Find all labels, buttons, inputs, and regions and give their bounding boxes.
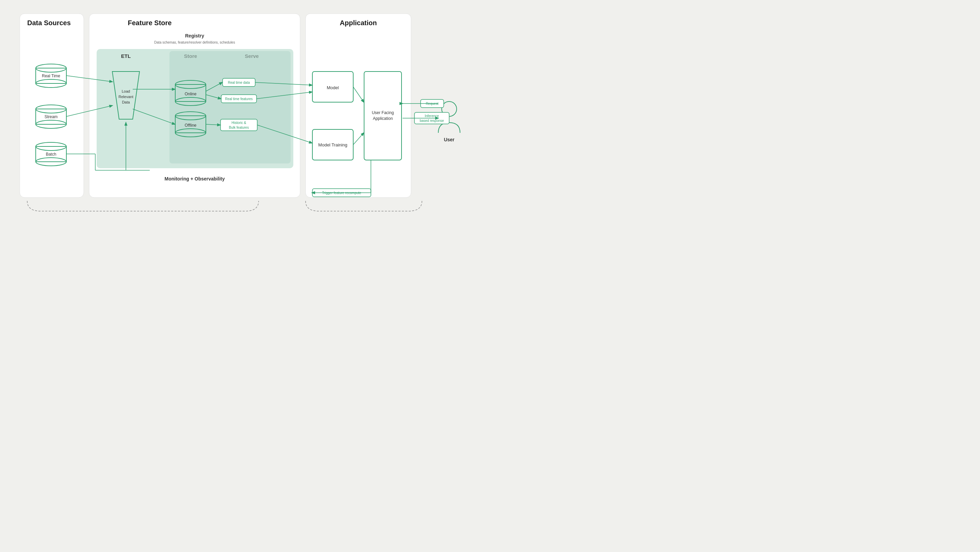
registry-title: Registry — [185, 33, 204, 38]
svg-rect-4 — [169, 51, 291, 163]
svg-text:Load: Load — [122, 89, 130, 93]
registry-subtitle: Data schemas, feature/resolver definitio… — [154, 40, 235, 44]
architecture-svg: Data Sources Feature Store Application R… — [14, 10, 476, 221]
svg-text:Real time data: Real time data — [228, 81, 250, 85]
svg-text:Model Training: Model Training — [318, 142, 347, 147]
monitoring-label: Monitoring + Observability — [165, 176, 225, 182]
svg-text:Batch: Batch — [46, 152, 56, 156]
svg-text:Offline: Offline — [185, 123, 197, 128]
svg-text:Real time features: Real time features — [225, 97, 253, 101]
data-sources-title: Data Sources — [27, 19, 71, 27]
svg-text:Historic &: Historic & — [232, 121, 247, 124]
svg-text:Real Time: Real Time — [42, 73, 60, 78]
svg-text:Model: Model — [327, 85, 339, 90]
application-title: Application — [340, 19, 377, 27]
svg-text:Bulk features: Bulk features — [229, 126, 249, 129]
svg-text:based response: based response — [420, 119, 444, 123]
svg-text:Relevant: Relevant — [118, 95, 133, 99]
svg-text:Stream: Stream — [45, 115, 58, 119]
svg-text:Online: Online — [185, 92, 197, 96]
svg-text:User: User — [444, 137, 455, 142]
svg-text:Application: Application — [373, 116, 393, 121]
svg-rect-2 — [305, 14, 411, 198]
main-container: Data Sources Feature Store Application R… — [0, 0, 490, 233]
svg-text:Inference: Inference — [425, 114, 439, 118]
feature-store-title: Feature Store — [128, 19, 172, 27]
svg-text:User Facing: User Facing — [372, 110, 394, 115]
etl-label: ETL — [121, 53, 130, 59]
svg-rect-0 — [20, 14, 84, 198]
svg-text:Data: Data — [122, 100, 130, 104]
architecture-diagram: Data Sources Feature Store Application R… — [14, 10, 476, 223]
